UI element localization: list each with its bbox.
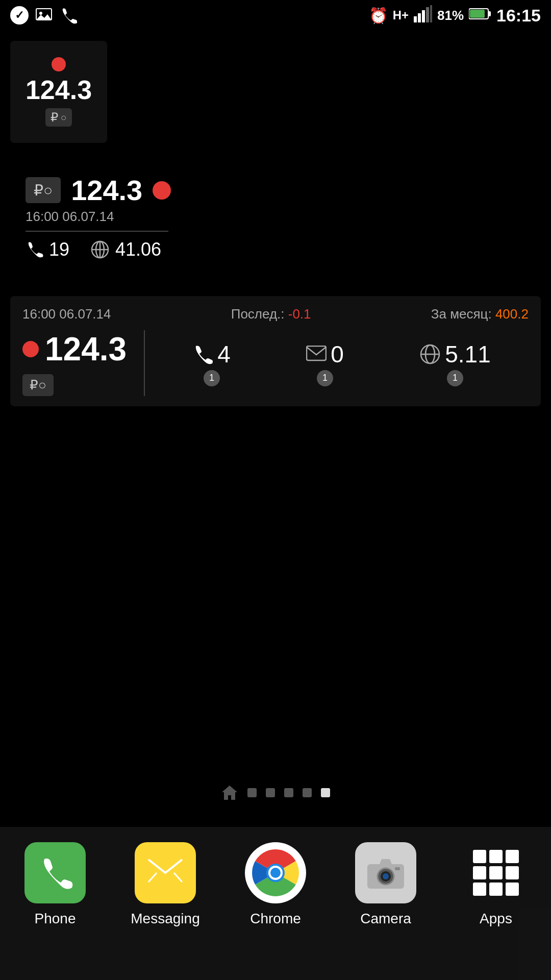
- calls-value-large: 4: [217, 340, 231, 368]
- chrome-dock-icon[interactable]: [245, 842, 306, 903]
- ruble-badge-small: ₽ ○: [45, 108, 71, 127]
- svg-rect-38: [489, 883, 503, 896]
- svg-rect-4: [422, 10, 425, 22]
- svg-rect-8: [488, 11, 491, 16]
- alarm-icon: ⏰: [369, 7, 388, 24]
- svg-point-29: [383, 873, 389, 879]
- wl-price: 124.3: [22, 330, 127, 368]
- svg-rect-14: [307, 346, 326, 360]
- status-bar-right: ⏰ H+ 81% 16:15: [369, 5, 541, 26]
- camera-dock-icon[interactable]: [355, 842, 416, 903]
- calls-badge: 1: [204, 370, 220, 386]
- dock-item-chrome[interactable]: Chrome: [235, 842, 316, 927]
- camera-dock-label: Camera: [360, 911, 411, 927]
- calls-stat: 19: [26, 239, 69, 260]
- phone-dock-label: Phone: [35, 911, 76, 927]
- messaging-dock-label: Messaging: [131, 911, 199, 927]
- ruble-badge-large: ₽○: [22, 374, 54, 396]
- record-dot: [52, 57, 66, 71]
- page-dot-4[interactable]: [303, 788, 312, 797]
- ruble-icon: ₽: [51, 110, 58, 125]
- internet-stat: 41.06: [90, 239, 161, 260]
- svg-marker-18: [222, 786, 237, 800]
- calls-count: 19: [49, 239, 69, 260]
- widget-large-right: 4 1 0 1: [145, 340, 529, 386]
- svg-rect-33: [506, 850, 519, 863]
- internet-badge: 1: [447, 370, 463, 386]
- month-value: 400.2: [495, 306, 529, 322]
- svg-rect-32: [489, 850, 503, 863]
- widget-large[interactable]: 16:00 06.07.14 Послед.: -0.1 За месяц: 4…: [10, 296, 541, 406]
- svg-rect-35: [489, 866, 503, 879]
- apps-dock-label: Apps: [480, 911, 512, 927]
- svg-rect-3: [418, 13, 421, 22]
- battery-percent: 81%: [437, 8, 464, 23]
- page-dot-2[interactable]: [266, 788, 275, 797]
- last-label: Послед.:: [231, 306, 285, 322]
- widget-large-header: 16:00 06.07.14 Послед.: -0.1 За месяц: 4…: [22, 306, 529, 322]
- svg-rect-19: [148, 859, 182, 882]
- svg-rect-39: [506, 883, 519, 896]
- messages-badge: 1: [317, 370, 333, 386]
- svg-rect-9: [470, 10, 485, 18]
- svg-rect-34: [473, 866, 486, 879]
- messaging-dock-icon[interactable]: [135, 842, 196, 903]
- svg-rect-30: [395, 867, 400, 870]
- widget-medium-stats: 19 41.06: [26, 239, 525, 260]
- dock-item-messaging[interactable]: Messaging: [124, 842, 206, 927]
- widget-medium-header: ₽○ 124.3: [26, 174, 525, 207]
- dock: Phone Messaging: [0, 827, 551, 980]
- widget-small-value: 124.3: [26, 75, 92, 105]
- record-dot-large: [22, 341, 39, 357]
- dock-item-phone[interactable]: Phone: [14, 842, 96, 927]
- widget-small[interactable]: 124.3 ₽ ○: [10, 41, 107, 143]
- last-value: -0.1: [288, 306, 311, 322]
- svg-rect-36: [506, 866, 519, 879]
- widget-large-body: 124.3 ₽○ 4 1 0: [22, 330, 529, 396]
- month-label: За месяц:: [431, 306, 492, 322]
- battery-icon: [469, 7, 491, 24]
- widget-medium[interactable]: ₽○ 124.3 16:00 06.07.14 19 41.06: [10, 163, 541, 271]
- svg-rect-2: [414, 16, 417, 22]
- svg-rect-31: [473, 850, 486, 863]
- svg-point-25: [270, 868, 281, 878]
- record-dot-medium: [153, 181, 171, 200]
- svg-rect-37: [473, 883, 486, 896]
- internet-stat-large: 5.11 1: [419, 340, 491, 386]
- phone-dock-icon[interactable]: [24, 842, 86, 903]
- network-type: H+: [393, 8, 409, 22]
- phone-status-icon: [59, 6, 78, 24]
- dock-item-camera[interactable]: Camera: [345, 842, 427, 927]
- status-bar-left: ✓: [10, 6, 78, 24]
- widget-medium-value: 124.3: [71, 174, 142, 207]
- status-bar: ✓ ⏰ H+ 81%: [0, 0, 551, 31]
- svg-rect-6: [430, 5, 432, 22]
- svg-point-1: [39, 12, 42, 15]
- page-dot-5[interactable]: [321, 788, 330, 797]
- checkmark-icon: ✓: [10, 6, 29, 24]
- image-icon: [35, 6, 53, 24]
- apps-dock-icon[interactable]: [465, 842, 527, 903]
- widget-large-datetime: 16:00 06.07.14: [22, 306, 111, 322]
- internet-value-large: 5.11: [445, 340, 491, 368]
- large-price-value: 124.3: [45, 330, 127, 368]
- page-dot-1[interactable]: [247, 788, 257, 797]
- clock: 16:15: [496, 6, 541, 26]
- widget-large-left: 124.3 ₽○: [22, 330, 145, 396]
- page-dot-3[interactable]: [284, 788, 293, 797]
- home-dot[interactable]: [221, 784, 238, 801]
- ruble-badge-medium: ₽○: [26, 177, 61, 203]
- widget-medium-datetime: 16:00 06.07.14: [26, 209, 168, 232]
- internet-count: 41.06: [115, 239, 161, 260]
- calls-stat-large: 4 1: [193, 340, 231, 386]
- signal-bars: [414, 5, 432, 26]
- svg-rect-5: [426, 7, 429, 22]
- page-dots: [0, 784, 551, 801]
- chrome-dock-label: Chrome: [250, 911, 301, 927]
- messages-stat-large: 0 1: [306, 340, 344, 386]
- dock-item-apps[interactable]: Apps: [455, 842, 537, 927]
- messages-value-large: 0: [331, 340, 344, 368]
